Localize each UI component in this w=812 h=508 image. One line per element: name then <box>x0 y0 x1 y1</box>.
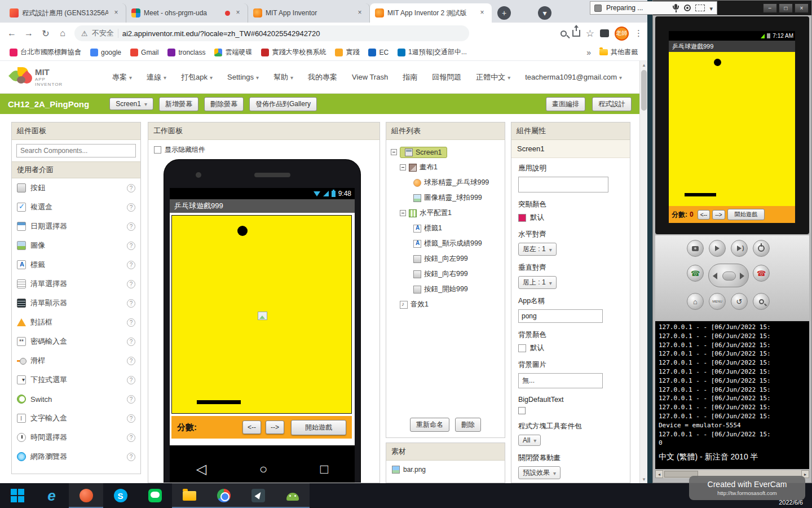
help-icon[interactable] <box>127 318 135 327</box>
add-screen-button[interactable]: 新增螢幕 <box>159 97 198 111</box>
app-name-input[interactable] <box>518 309 603 323</box>
horizontal-arrangement[interactable]: 分數: <-- --> 開始遊戲 <box>171 416 352 439</box>
paddle-sprite[interactable] <box>197 400 241 404</box>
palette-item-slider[interactable]: 滑桿 <box>12 351 140 370</box>
help-icon[interactable] <box>127 395 135 404</box>
tree-item-image-sprite[interactable]: 圖像精靈_球拍999 <box>389 190 502 205</box>
menu-button[interactable]: MENU <box>709 293 726 310</box>
palette-item-button[interactable]: 按鈕 <box>12 178 140 198</box>
help-icon[interactable] <box>127 280 135 288</box>
move-right-button[interactable]: --> <box>712 210 725 220</box>
palette-item-listpicker[interactable]: 清單選擇器 <box>12 274 140 294</box>
other-bookmarks-folder[interactable]: 其他書籤 <box>595 46 642 58</box>
bookmarks-overflow-icon[interactable] <box>582 48 595 57</box>
move-left-button[interactable]: <-- <box>698 210 710 220</box>
taskbar-line[interactable] <box>138 483 172 508</box>
home-button[interactable] <box>687 293 704 310</box>
big-default-text-checkbox[interactable] <box>518 407 526 414</box>
start-game-button[interactable]: 開始遊戲 <box>727 209 765 220</box>
media-file-item[interactable]: bar.png <box>386 461 505 479</box>
publish-gallery-button[interactable]: 發佈作品到Gallery <box>249 97 317 111</box>
help-icon[interactable] <box>127 242 135 250</box>
not-secure-warning-icon[interactable] <box>81 29 88 38</box>
palette-item-listview[interactable]: 清單顯示器 <box>12 294 140 313</box>
canvas-component[interactable] <box>171 215 352 414</box>
menu-connect[interactable]: 連線 <box>139 72 174 82</box>
side-panel-icon[interactable] <box>600 29 609 37</box>
show-hidden-checkbox[interactable] <box>154 146 161 154</box>
tree-item-sound[interactable]: 音效1 <box>389 297 502 312</box>
home-nav-icon[interactable] <box>259 461 268 477</box>
scroll-up-icon[interactable] <box>640 61 648 69</box>
tab-app-inventor-2-active[interactable]: MIT App Inventor 2 測試版 <box>370 3 492 23</box>
search-button[interactable] <box>753 293 770 310</box>
palette-item-label[interactable]: 標籤 <box>12 255 140 274</box>
show-hidden-components[interactable]: 显示隐藏组件 <box>148 140 379 160</box>
volume-down-button[interactable] <box>709 240 726 257</box>
palette-item-datepicker[interactable]: 日期選擇器 <box>12 217 140 236</box>
background-image-picker[interactable]: 無... <box>518 373 603 388</box>
accent-color-swatch[interactable] <box>518 214 526 222</box>
bookmark-item[interactable]: google <box>86 47 125 58</box>
remove-screen-button[interactable]: 刪除螢幕 <box>204 97 244 111</box>
bookmark-item[interactable]: 1週預報|交通部中... <box>394 46 471 58</box>
search-input[interactable] <box>16 144 136 157</box>
tab-meet[interactable]: Meet - ohs-prgm-uda <box>126 3 248 23</box>
reload-icon[interactable] <box>38 26 53 41</box>
camera-button[interactable] <box>687 240 704 257</box>
tab-search-button[interactable] <box>538 6 551 20</box>
close-screen-animation-dropdown[interactable]: 預設效果 <box>518 466 561 479</box>
tab-app-inventor[interactable]: MIT App Inventor <box>248 3 370 23</box>
back-nav-icon[interactable] <box>196 461 206 477</box>
taskbar-skype[interactable] <box>103 483 138 508</box>
collapse-icon[interactable] <box>400 210 406 216</box>
accent-color-value[interactable]: 默认 <box>530 213 544 222</box>
ball-sprite[interactable] <box>237 226 248 236</box>
bookmark-item[interactable]: 實踐大學校務系統 <box>257 46 330 58</box>
end-call-button[interactable] <box>753 265 770 282</box>
scrollbar-thumb[interactable] <box>641 70 647 111</box>
menu-build-apk[interactable]: 打包apk <box>174 72 220 82</box>
bookmark-item[interactable]: 實踐 <box>331 46 363 58</box>
recents-nav-icon[interactable] <box>320 461 329 477</box>
palette-item-switch[interactable]: Switch <box>12 389 140 409</box>
help-icon[interactable] <box>127 184 135 192</box>
tree-item-left-button[interactable]: 按鈕_向左999 <box>389 251 502 266</box>
help-icon[interactable] <box>127 338 135 346</box>
menu-language[interactable]: 正體中文 <box>469 72 518 82</box>
menu-account[interactable]: teacherma1091@gmail.com <box>518 73 629 81</box>
move-left-button[interactable]: <-- <box>242 421 261 434</box>
help-icon[interactable] <box>127 376 135 384</box>
zoom-icon[interactable] <box>561 30 567 37</box>
blocks-toolkit-dropdown[interactable]: All <box>518 435 541 446</box>
palette-item-timepicker[interactable]: 時間選擇器 <box>12 428 140 447</box>
dpad-control[interactable] <box>708 264 749 287</box>
microphone-icon[interactable] <box>672 3 679 12</box>
help-icon[interactable] <box>127 433 135 442</box>
rename-button[interactable]: 重新命名 <box>410 418 449 432</box>
collapse-icon[interactable] <box>391 149 397 155</box>
taskbar-chrome[interactable] <box>206 483 241 508</box>
page-scrollbar[interactable] <box>639 61 647 483</box>
taskbar-file-explorer[interactable] <box>172 483 206 508</box>
background-color-swatch[interactable] <box>518 344 526 352</box>
power-button[interactable] <box>753 240 770 257</box>
app-inventor-logo[interactable]: MIT APP INVENTOR <box>10 67 71 87</box>
chevron-down-icon[interactable] <box>709 3 713 13</box>
forward-icon[interactable] <box>21 26 36 41</box>
capture-region-icon[interactable] <box>695 5 705 11</box>
bookmark-item[interactable]: EC <box>364 47 392 58</box>
address-bar[interactable]: 不安全 ai2.appinventor.mit.edu/?locale=zh_T… <box>74 25 469 41</box>
tree-item-canvas[interactable]: 畫布1 <box>389 160 502 175</box>
share-icon[interactable] <box>572 30 580 37</box>
browser-menu-icon[interactable] <box>634 28 643 38</box>
help-icon[interactable] <box>127 299 135 308</box>
help-icon[interactable] <box>127 203 135 212</box>
taskbar-android-emulator[interactable] <box>275 483 310 508</box>
close-icon[interactable] <box>112 8 121 17</box>
menu-help[interactable]: 幫助 <box>266 72 301 82</box>
home-icon[interactable] <box>55 26 70 41</box>
help-icon[interactable] <box>127 453 135 461</box>
bookmark-item[interactable]: Gmail <box>126 47 162 58</box>
menu-projects[interactable]: 專案 <box>105 72 139 82</box>
